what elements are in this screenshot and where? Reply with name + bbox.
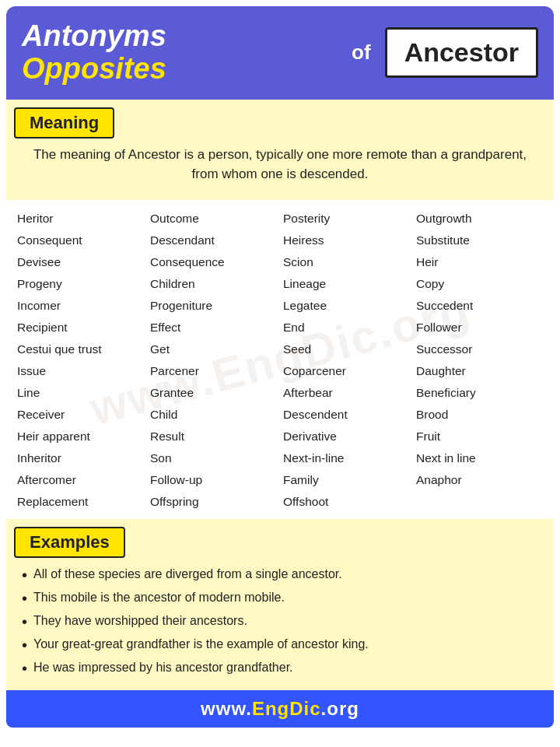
bullet-icon: •	[22, 634, 27, 656]
word-item: Outcome	[150, 209, 277, 228]
word-item: Scion	[283, 253, 410, 272]
bullet-icon: •	[22, 658, 27, 679]
word-item: Posterity	[283, 209, 410, 228]
word-item: Beneficiary	[416, 384, 543, 402]
example-item: •He was impressed by his ancestor grandf…	[22, 658, 541, 679]
header-section: Antonyms Opposites of Ancestor	[6, 6, 554, 100]
word-item: Progeniture	[150, 296, 277, 315]
example-item: •All of these species are diverged from …	[22, 564, 541, 586]
word-item: Incomer	[17, 296, 144, 315]
word-item: Substitute	[416, 231, 543, 250]
word-item: Legatee	[283, 296, 410, 315]
meaning-label: Meaning	[14, 107, 114, 139]
word-item: End	[283, 318, 410, 337]
word-col-2: OutcomeDescendantConsequenceChildrenProg…	[147, 209, 280, 511]
word-item: Afterbear	[283, 384, 410, 402]
example-item: •This mobile is the ancestor of modern m…	[22, 587, 541, 609]
word-item: Succedent	[416, 296, 543, 315]
word-item: Result	[150, 427, 277, 446]
header-word: Ancestor	[404, 37, 519, 68]
bullet-icon: •	[22, 611, 27, 633]
word-item: Follower	[416, 318, 543, 337]
word-item: Devisee	[17, 253, 144, 272]
word-item: Follow-up	[150, 471, 277, 489]
word-item: Copy	[416, 275, 543, 293]
word-item: Line	[17, 384, 144, 402]
words-grid: HeritorConsequentDeviseeProgenyIncomerRe…	[14, 209, 546, 511]
word-item: Get	[150, 340, 277, 359]
example-item: •They have worshipped their ancestors.	[22, 611, 541, 633]
word-item: Descendant	[150, 231, 277, 250]
bullet-icon: •	[22, 564, 27, 586]
meaning-text: The meaning of Ancestor is a person, typ…	[6, 145, 554, 192]
words-section: www.EngDic.org HeritorConsequentDeviseeP…	[6, 200, 554, 519]
word-item: Derivative	[283, 427, 410, 446]
word-item: Coparcener	[283, 362, 410, 381]
word-col-1: HeritorConsequentDeviseeProgenyIncomerRe…	[14, 209, 147, 511]
word-item: Effect	[150, 318, 277, 337]
example-text: He was impressed by his ancestor grandfa…	[33, 658, 293, 678]
word-item: Issue	[17, 362, 144, 381]
header-of: of	[352, 40, 371, 65]
word-item: Offspring	[150, 493, 277, 511]
word-item: Anaphor	[416, 471, 543, 489]
word-item: Heiress	[283, 231, 410, 250]
examples-label: Examples	[14, 527, 125, 558]
footer-org: .org	[321, 698, 359, 719]
meaning-section: Meaning The meaning of Ancestor is a per…	[6, 100, 554, 200]
header-antonyms: Antonyms	[22, 20, 338, 53]
word-item: Heir apparent	[17, 427, 144, 446]
word-item: Daughter	[416, 362, 543, 381]
example-text: Your great-great grandfather is the exam…	[33, 634, 369, 654]
header-word-box: Ancestor	[385, 27, 538, 78]
word-item: Aftercomer	[17, 471, 144, 489]
example-text: This mobile is the ancestor of modern mo…	[33, 587, 285, 608]
word-item: Fruit	[416, 427, 543, 446]
word-item: Children	[150, 275, 277, 293]
word-item: Next-in-line	[283, 449, 410, 468]
word-item: Heir	[416, 253, 543, 272]
footer-engdic: EngDic	[252, 698, 321, 719]
examples-section: Examples •All of these species are diver…	[6, 519, 554, 690]
word-item: Consequence	[150, 253, 277, 272]
word-item: Inheritor	[17, 449, 144, 468]
word-item: Outgrowth	[416, 209, 543, 228]
word-item: Cestui que trust	[17, 340, 144, 359]
footer-www: www.	[201, 698, 252, 719]
word-item: Seed	[283, 340, 410, 359]
footer-section: www.EngDic.org	[6, 690, 554, 728]
word-item: Family	[283, 471, 410, 489]
word-col-4: OutgrowthSubstituteHeirCopySuccedentFoll…	[413, 209, 546, 511]
word-item: Brood	[416, 405, 543, 424]
word-item: Heritor	[17, 209, 144, 228]
header-opposites: Opposites	[22, 53, 338, 86]
word-col-3: PosterityHeiressScionLineageLegateeEndSe…	[280, 209, 413, 511]
word-item: Consequent	[17, 231, 144, 250]
example-text: They have worshipped their ancestors.	[33, 611, 247, 631]
example-text: All of these species are diverged from a…	[33, 564, 342, 584]
footer-text: www.EngDic.org	[6, 698, 554, 720]
example-item: •Your great-great grandfather is the exa…	[22, 634, 541, 656]
header-left: Antonyms Opposites	[22, 20, 338, 86]
word-item: Offshoot	[283, 493, 410, 511]
word-item: Replacement	[17, 493, 144, 511]
word-item: Son	[150, 449, 277, 468]
word-item: Child	[150, 405, 277, 424]
word-item: Next in line	[416, 449, 543, 468]
word-item: Receiver	[17, 405, 144, 424]
examples-list: •All of these species are diverged from …	[6, 564, 554, 679]
bullet-icon: •	[22, 587, 27, 609]
word-item: Lineage	[283, 275, 410, 293]
word-item: Progeny	[17, 275, 144, 293]
word-item: Descendent	[283, 405, 410, 424]
word-item: Parcener	[150, 362, 277, 381]
word-item: Grantee	[150, 384, 277, 402]
word-item: Recipient	[17, 318, 144, 337]
word-item: Successor	[416, 340, 543, 359]
